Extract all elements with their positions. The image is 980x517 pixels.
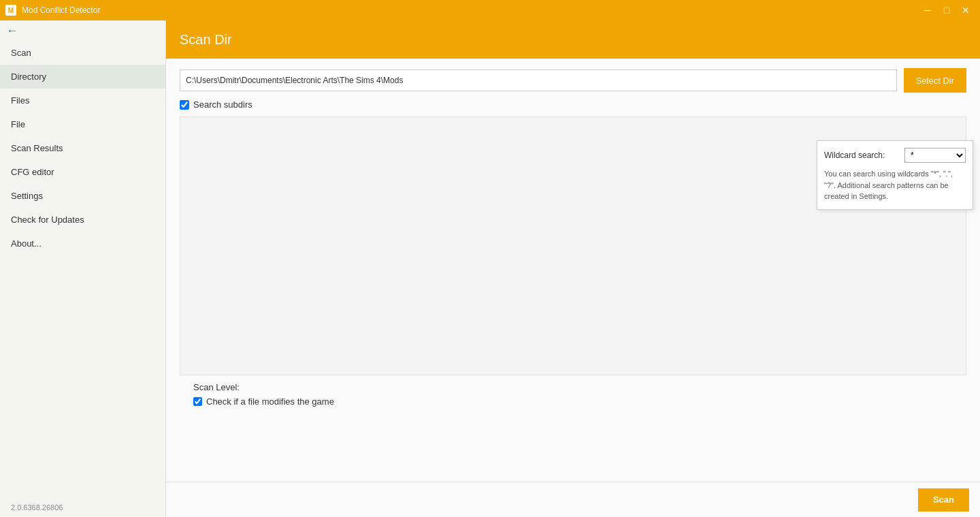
sidebar-item-cfg-editor[interactable]: CFG editor	[0, 160, 165, 184]
sidebar-item-scan-label: Scan	[11, 48, 31, 58]
back-icon: ←	[7, 25, 18, 37]
sidebar-item-directory[interactable]: Directory	[0, 65, 165, 89]
sidebar-item-cfg-editor-label: CFG editor	[11, 167, 54, 177]
dir-row: Select Dir	[180, 68, 966, 93]
sidebar-item-file-label: File	[11, 119, 25, 129]
sidebar-item-scan-results-label: Scan Results	[11, 143, 63, 153]
page-title: Scan Dir	[180, 32, 232, 48]
wildcard-help-text: You can search using wildcards "*", ".",…	[824, 168, 966, 202]
main-content: Scan Dir Select Dir Search subdirs Wildc…	[166, 20, 980, 517]
minimize-button[interactable]: ─	[919, 3, 936, 18]
search-subdirs-label: Search subdirs	[193, 99, 252, 110]
sidebar: ← Scan Directory Files File Scan Results…	[0, 20, 166, 517]
content-area: Select Dir Search subdirs Wildcard searc…	[166, 59, 980, 482]
title-bar-left: M Mod Conflict Detector	[5, 5, 100, 16]
scan-level-label: Scan Level:	[193, 382, 953, 392]
select-dir-button[interactable]: Select Dir	[904, 68, 966, 93]
search-subdirs-checkbox[interactable]	[180, 100, 189, 110]
wildcard-label: Wildcard search:	[824, 151, 885, 160]
sidebar-back[interactable]: ←	[0, 20, 165, 41]
sidebar-item-scan[interactable]: Scan	[0, 41, 165, 65]
app-icon: M	[5, 5, 16, 16]
wildcard-row: Wildcard search: * *.package *.ts4script	[824, 148, 966, 163]
bottom-section: Scan Level: Check if a file modifies the…	[180, 375, 966, 413]
scan-level-checkbox[interactable]	[193, 397, 202, 406]
app-body: ← Scan Directory Files File Scan Results…	[0, 20, 980, 517]
sidebar-item-about-label: About...	[11, 238, 42, 249]
maximize-button[interactable]: □	[938, 3, 956, 18]
sidebar-item-files[interactable]: Files	[0, 89, 165, 112]
sidebar-item-settings[interactable]: Settings	[0, 184, 165, 208]
title-bar: M Mod Conflict Detector ─ □ ✕	[0, 0, 980, 20]
sidebar-item-files-label: Files	[11, 95, 29, 106]
sidebar-item-about[interactable]: About...	[0, 232, 165, 255]
wildcard-box: Wildcard search: * *.package *.ts4script…	[817, 140, 973, 210]
sidebar-item-check-for-updates[interactable]: Check for Updates	[0, 208, 165, 232]
search-subdirs-row: Search subdirs	[180, 99, 966, 110]
version-label: 2.0.6368.26806	[0, 498, 165, 517]
sidebar-item-directory-label: Directory	[11, 72, 46, 82]
footer: Scan	[166, 482, 980, 517]
sidebar-item-settings-label: Settings	[11, 191, 43, 201]
directory-path-input[interactable]	[180, 69, 897, 91]
sidebar-item-file[interactable]: File	[0, 112, 165, 136]
wildcard-select[interactable]: * *.package *.ts4script	[904, 148, 966, 163]
title-bar-controls: ─ □ ✕	[919, 3, 975, 18]
sidebar-item-scan-results[interactable]: Scan Results	[0, 136, 165, 160]
scan-level-check-row: Check if a file modifies the game	[193, 396, 953, 407]
close-button[interactable]: ✕	[957, 3, 975, 18]
page-header: Scan Dir	[166, 20, 980, 59]
title-bar-title: Mod Conflict Detector	[22, 5, 100, 15]
scan-button[interactable]: Scan	[918, 488, 969, 512]
scan-level-check-label: Check if a file modifies the game	[206, 396, 334, 407]
sidebar-item-check-for-updates-label: Check for Updates	[11, 215, 84, 225]
